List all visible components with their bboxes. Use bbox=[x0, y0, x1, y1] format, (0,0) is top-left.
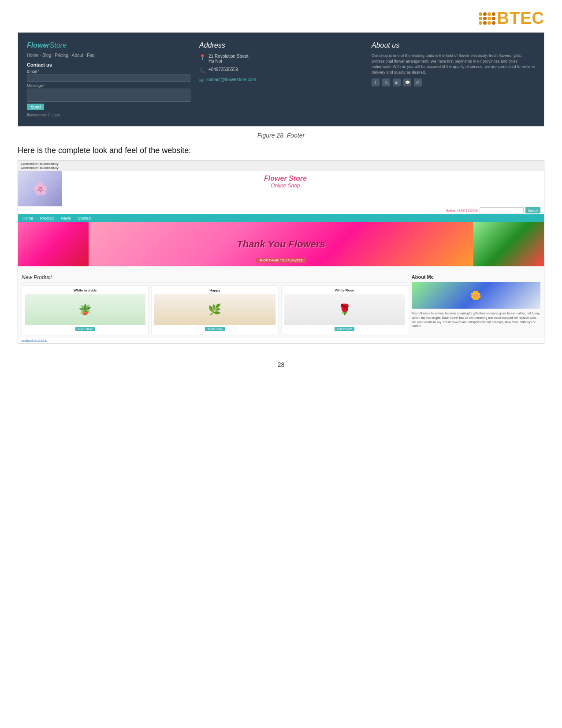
nav-contact[interactable]: Contact bbox=[78, 216, 92, 220]
product-img-orchids: 🪴 bbox=[25, 294, 145, 325]
address-text: 21 Revolution Street Ha Noi bbox=[208, 54, 249, 63]
footer-email-input[interactable] bbox=[27, 75, 190, 82]
dot-8 bbox=[492, 17, 495, 20]
footer-brand: FlowerStore bbox=[27, 41, 190, 49]
footer-message-label: Message * bbox=[27, 83, 190, 88]
product-name-rose: White Rose bbox=[284, 288, 405, 292]
new-product-title: New Product bbox=[22, 274, 408, 283]
dot-2 bbox=[483, 12, 487, 16]
nav-bar: Home Product News Contact bbox=[18, 214, 544, 222]
footer-content: FlowerStore Home · Blog · Pricing · Abou… bbox=[27, 41, 535, 117]
dot-10 bbox=[483, 21, 487, 25]
hero-right-flowers bbox=[473, 222, 544, 266]
email-icon: ✉ bbox=[199, 78, 204, 84]
nav-news[interactable]: News bbox=[61, 216, 71, 220]
phone-text: +84973535559 bbox=[208, 67, 238, 72]
about-description: Our shop is one of the leading units in … bbox=[372, 53, 535, 75]
site-subtitle: Online Shop bbox=[62, 183, 509, 189]
happy-flower-icon: 🌿 bbox=[208, 303, 221, 316]
product-img-rose: 🌹 bbox=[284, 294, 405, 325]
location-icon: 📍 bbox=[199, 54, 206, 60]
email-text: contact@flowerstore.com bbox=[206, 77, 256, 82]
dot-11 bbox=[488, 21, 491, 25]
github-icon[interactable]: ◎ bbox=[414, 78, 422, 86]
city-text: Ha Noi bbox=[208, 59, 249, 63]
site-title: Flower Store bbox=[62, 175, 509, 183]
product-btn-rose[interactable]: SHOP NOW bbox=[335, 327, 354, 331]
header-flower-img: 🌸 bbox=[18, 171, 62, 206]
brand-store: Store bbox=[50, 41, 67, 49]
about-title: About us bbox=[372, 41, 535, 49]
dot-1 bbox=[479, 12, 482, 16]
dot-5 bbox=[479, 17, 482, 20]
footer-email-label: Email * bbox=[27, 69, 190, 74]
street-text: 21 Revolution Street bbox=[208, 54, 249, 59]
address-email-item: ✉ contact@flowerstore.com bbox=[199, 77, 363, 84]
hotline-text: Hotline: +84973535559 bbox=[446, 209, 478, 212]
product-btn-orchids[interactable]: SHOP NOW bbox=[75, 327, 95, 331]
btec-logo: BTEC bbox=[479, 9, 544, 28]
address-phone-item: 📞 +84973535559 bbox=[199, 67, 363, 74]
hero-banner: Thank You Flowers SHOP THANK YOU FLOWERS bbox=[18, 222, 544, 266]
bottom-link[interactable]: localhost/test2/Link bbox=[18, 338, 544, 343]
product-img-happy: 🌿 bbox=[154, 294, 275, 325]
product-card-rose: White Rose 🌹 SHOP NOW bbox=[281, 285, 408, 334]
social-icons-bar: f 𝕏 in 💬 ◎ bbox=[372, 78, 535, 86]
dot-7 bbox=[488, 17, 491, 20]
btec-text: BTEC bbox=[497, 9, 544, 28]
about-me-description: Fresh flowers have long become meaningfu… bbox=[412, 311, 540, 329]
site-header-area: 🌸 Flower Store Online Shop bbox=[18, 171, 544, 206]
brand-flower: Flower bbox=[27, 41, 50, 49]
phone-icon: 📞 bbox=[199, 67, 206, 74]
footer-nav: Home · Blog · Pricing · About · Faq bbox=[27, 53, 190, 58]
dot-3 bbox=[488, 12, 491, 16]
conn-msg-1: Connection successfully bbox=[21, 162, 541, 166]
hero-shop-button[interactable]: SHOP THANK YOU FLOWERS bbox=[256, 258, 306, 263]
twitter-icon[interactable]: 𝕏 bbox=[382, 78, 390, 86]
footer-col-brand: FlowerStore Home · Blog · Pricing · Abou… bbox=[27, 41, 190, 117]
footer-send-button[interactable]: Send bbox=[27, 104, 44, 110]
dot-4 bbox=[492, 12, 495, 16]
hero-text: Thank You Flowers bbox=[237, 239, 325, 250]
complete-heading: Here is the complete look and feel of th… bbox=[18, 146, 544, 155]
dot-6 bbox=[483, 17, 487, 20]
nav-product[interactable]: Product bbox=[40, 216, 54, 220]
product-search-input[interactable] bbox=[480, 207, 524, 213]
btec-dots-icon bbox=[479, 12, 495, 25]
nav-home[interactable]: Home bbox=[22, 216, 33, 220]
product-name-orchids: White orchids bbox=[25, 288, 145, 292]
orchid-icon: 🪴 bbox=[78, 303, 92, 316]
footer-col-about: About us Our shop is one of the leading … bbox=[372, 41, 535, 117]
about-flower-icon: 🌼 bbox=[470, 290, 481, 301]
products-area: New Product White orchids 🪴 SHOP NOW Hap… bbox=[22, 274, 408, 334]
conn-msg-2: Connection successfully bbox=[21, 166, 541, 170]
facebook-icon[interactable]: f bbox=[372, 78, 380, 86]
product-name-happy: Happy bbox=[154, 288, 275, 292]
linkedin-icon[interactable]: in bbox=[393, 78, 401, 86]
figure-caption: Figure 28. Footer bbox=[18, 132, 544, 139]
product-card-orchids: White orchids 🪴 SHOP NOW bbox=[22, 285, 149, 334]
address-title: Address bbox=[199, 41, 363, 49]
spacer bbox=[18, 266, 544, 271]
site-header: Flower Store Online Shop bbox=[62, 171, 509, 192]
footer-message-textarea[interactable] bbox=[27, 89, 190, 102]
about-me-image: 🌼 bbox=[412, 282, 540, 309]
product-card-happy: Happy 🌿 SHOP NOW bbox=[151, 285, 278, 334]
hotline-search-area: Hotline: +84973535559 Search bbox=[446, 207, 540, 213]
address-street-item: 📍 21 Revolution Street Ha Noi bbox=[199, 54, 363, 63]
about-me-title: About Me bbox=[412, 274, 540, 280]
product-grid: White orchids 🪴 SHOP NOW Happy 🌿 SHOP NO… bbox=[22, 285, 408, 334]
btec-logo-area: BTEC bbox=[18, 9, 544, 28]
dot-12 bbox=[492, 21, 495, 25]
footer-copyright: flowerstore © 2020 bbox=[27, 113, 190, 117]
footer-col-address: Address 📍 21 Revolution Street Ha Noi 📞 … bbox=[199, 41, 363, 117]
dot-9 bbox=[479, 21, 482, 25]
chat-icon[interactable]: 💬 bbox=[403, 78, 411, 86]
footer-contact-title: Contact us bbox=[27, 62, 190, 67]
connection-bar: Connection successfully Connection succe… bbox=[18, 161, 544, 171]
search-button[interactable]: Search bbox=[525, 207, 540, 213]
product-btn-happy[interactable]: SHOP NOW bbox=[205, 327, 225, 331]
hotline-bar: Hotline: +84973535559 Search bbox=[18, 206, 544, 214]
hero-left-flowers bbox=[18, 222, 89, 266]
sidebar-about-me: About Me 🌼 Fresh flowers have long becom… bbox=[412, 274, 540, 334]
